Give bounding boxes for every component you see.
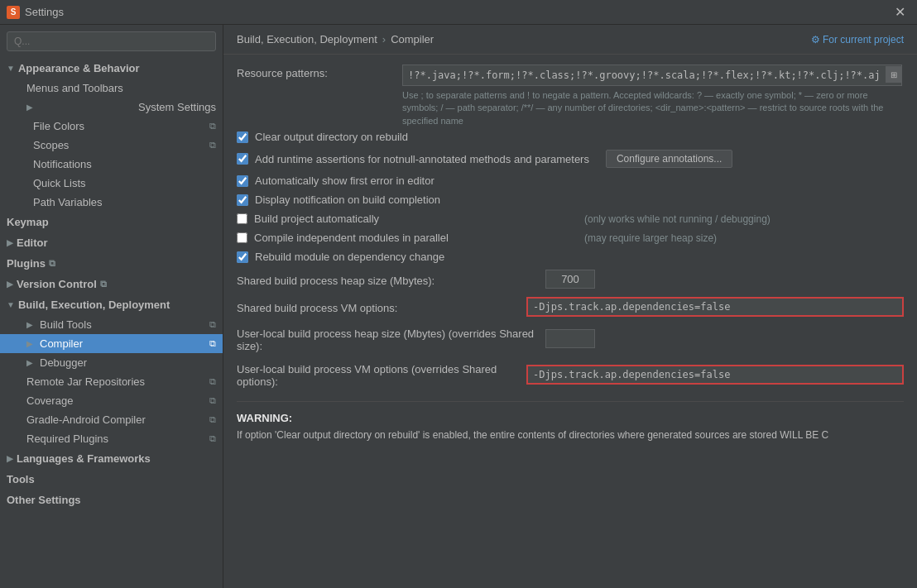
- configure-annotations-button[interactable]: Configure annotations...: [606, 150, 732, 168]
- sidebar-item-notifications[interactable]: Notifications: [0, 155, 223, 174]
- sidebar-item-build-tools[interactable]: ▶ Build Tools ⧉: [0, 315, 223, 334]
- shared-vm-label: Shared build process VM options:: [237, 299, 526, 314]
- sidebar-section-appearance: ▼ Appearance & Behavior Menus and Toolba…: [0, 58, 223, 212]
- sidebar-item-editor[interactable]: ▶ Editor: [0, 232, 223, 253]
- close-button[interactable]: ✕: [890, 2, 910, 22]
- sidebar-item-tools[interactable]: Tools: [0, 469, 223, 490]
- sidebar-item-menus-toolbars[interactable]: Menus and Toolbars: [0, 79, 223, 98]
- required-plugins-label: Required Plugins: [26, 433, 108, 445]
- keymap-label: Keymap: [7, 216, 49, 228]
- sidebar-item-other-settings[interactable]: Other Settings: [0, 490, 223, 510]
- copy-icon-gradle-android: ⧉: [209, 414, 216, 425]
- rebuild-module-checkbox[interactable]: [237, 251, 248, 263]
- breadcrumb: Build, Execution, Deployment › Compiler …: [223, 25, 917, 55]
- copy-icon-plugins: ⧉: [49, 258, 55, 269]
- heap-size-label: Shared build process heap size (Mbytes):: [237, 272, 545, 287]
- copy-icon-compiler: ⧉: [209, 338, 216, 349]
- for-current-project-link[interactable]: ⚙ For current project: [811, 34, 904, 45]
- breadcrumb-current: Compiler: [391, 33, 434, 45]
- expand-arrow-system: ▶: [26, 103, 33, 112]
- runtime-assertions-checkbox[interactable]: [237, 153, 248, 165]
- main-content: ▼ Appearance & Behavior Menus and Toolba…: [0, 25, 917, 588]
- resource-patterns-box: ⊞ Use ; to separate patterns and ! to ne…: [402, 65, 904, 127]
- user-vm-input[interactable]: [526, 365, 904, 385]
- heap-size-row: Shared build process heap size (Mbytes):: [237, 270, 904, 289]
- search-input[interactable]: [7, 31, 216, 51]
- resource-patterns-input[interactable]: [402, 65, 902, 86]
- clear-output-row: Clear output directory on rebuild: [237, 131, 904, 143]
- display-notification-checkbox[interactable]: [237, 194, 248, 206]
- sidebar-item-debugger[interactable]: ▶ Debugger: [0, 353, 223, 372]
- shared-vm-input[interactable]: [526, 297, 904, 317]
- scopes-label: Scopes: [33, 139, 69, 151]
- build-execution-label: Build, Execution, Deployment: [18, 299, 170, 311]
- sidebar-item-build-execution[interactable]: ▼ Build, Execution, Deployment: [0, 294, 223, 315]
- resource-expand-button[interactable]: ⊞: [886, 66, 902, 83]
- build-automatically-label: Build project automatically: [254, 213, 379, 225]
- sidebar-item-gradle-android[interactable]: Gradle-Android Compiler ⧉: [0, 410, 223, 429]
- sidebar-item-plugins[interactable]: Plugins ⧉: [0, 253, 223, 274]
- sidebar-item-compiler[interactable]: ▶ Compiler ⧉: [0, 334, 223, 353]
- runtime-assertions-row: Add runtime assertions for notnull-annot…: [237, 150, 904, 168]
- path-variables-label: Path Variables: [33, 196, 103, 208]
- build-automatically-row: Build project automatically (only works …: [237, 213, 904, 225]
- editor-label: Editor: [17, 237, 48, 249]
- main-panel: Build, Execution, Deployment › Compiler …: [223, 25, 917, 588]
- user-heap-row: User-local build process heap size (Mbyt…: [237, 325, 904, 352]
- sidebar-item-coverage[interactable]: Coverage ⧉: [0, 391, 223, 410]
- sidebar-item-version-control[interactable]: ▶ Version Control ⧉: [0, 274, 223, 294]
- copy-icon-remote-jar: ⧉: [209, 376, 216, 387]
- resource-patterns-label: Resource patterns:: [237, 65, 402, 79]
- resource-patterns-row: Resource patterns: ⊞ Use ; to separate p…: [237, 65, 904, 127]
- expand-arrow-compiler: ▶: [26, 339, 33, 348]
- expand-arrow-build: ▼: [7, 300, 15, 309]
- window-title: Settings: [25, 6, 890, 18]
- user-heap-input[interactable]: [545, 329, 595, 348]
- copy-icon-required-plugins: ⧉: [209, 433, 216, 444]
- heap-size-input[interactable]: [545, 270, 595, 289]
- appearance-label: Appearance & Behavior: [18, 62, 140, 74]
- plugins-label: Plugins: [7, 257, 46, 270]
- copy-icon-file-colors: ⧉: [209, 121, 216, 131]
- debugger-label: Debugger: [40, 356, 87, 369]
- file-colors-label: File Colors: [33, 120, 84, 132]
- show-first-error-label: Automatically show first error in editor: [255, 174, 434, 187]
- expand-arrow-appearance: ▼: [7, 64, 15, 73]
- breadcrumb-separator: ›: [382, 33, 386, 45]
- rebuild-module-label: Rebuild module on dependency change: [255, 251, 444, 263]
- settings-content: Resource patterns: ⊞ Use ; to separate p…: [223, 55, 917, 588]
- compile-parallel-hint: (may require larger heap size): [584, 232, 717, 244]
- sidebar-item-file-colors[interactable]: File Colors ⧉: [0, 117, 223, 136]
- breadcrumb-parent[interactable]: Build, Execution, Deployment: [237, 33, 377, 45]
- menus-toolbars-label: Menus and Toolbars: [26, 82, 123, 94]
- sidebar-item-keymap[interactable]: Keymap: [0, 212, 223, 232]
- sidebar-item-quick-lists[interactable]: Quick Lists: [0, 174, 223, 193]
- show-first-error-checkbox[interactable]: [237, 175, 248, 187]
- copy-icon-scopes: ⧉: [209, 140, 216, 151]
- sidebar-item-system-settings[interactable]: ▶ System Settings: [0, 98, 223, 117]
- languages-label: Languages & Frameworks: [17, 452, 151, 465]
- sidebar-item-languages[interactable]: ▶ Languages & Frameworks: [0, 448, 223, 469]
- sidebar-item-scopes[interactable]: Scopes ⧉: [0, 136, 223, 155]
- expand-arrow-vc: ▶: [7, 280, 13, 289]
- resource-patterns-hint: Use ; to separate patterns and ! to nega…: [402, 89, 904, 127]
- sidebar-item-appearance[interactable]: ▼ Appearance & Behavior: [0, 58, 223, 79]
- compile-parallel-checkbox[interactable]: [237, 232, 247, 243]
- user-heap-label: User-local build process heap size (Mbyt…: [237, 325, 545, 352]
- remote-jar-label: Remote Jar Repositories: [26, 375, 145, 388]
- copy-icon-vc: ⧉: [100, 279, 107, 289]
- display-notification-label: Display notification on build completion: [255, 194, 440, 206]
- sidebar-item-required-plugins[interactable]: Required Plugins ⧉: [0, 429, 223, 448]
- shared-vm-row: Shared build process VM options:: [237, 297, 904, 317]
- sidebar-item-remote-jar[interactable]: Remote Jar Repositories ⧉: [0, 372, 223, 391]
- expand-arrow-debugger: ▶: [26, 358, 33, 367]
- titlebar: S Settings ✕: [0, 0, 917, 25]
- user-vm-label: User-local build process VM options (ove…: [237, 361, 526, 388]
- version-control-label: Version Control: [17, 278, 97, 290]
- sidebar-item-path-variables[interactable]: Path Variables: [0, 193, 223, 212]
- show-first-error-row: Automatically show first error in editor: [237, 174, 904, 187]
- display-notification-row: Display notification on build completion: [237, 194, 904, 206]
- build-automatically-checkbox[interactable]: [237, 213, 247, 224]
- copy-icon-build-tools: ⧉: [209, 319, 216, 330]
- clear-output-checkbox[interactable]: [237, 131, 248, 143]
